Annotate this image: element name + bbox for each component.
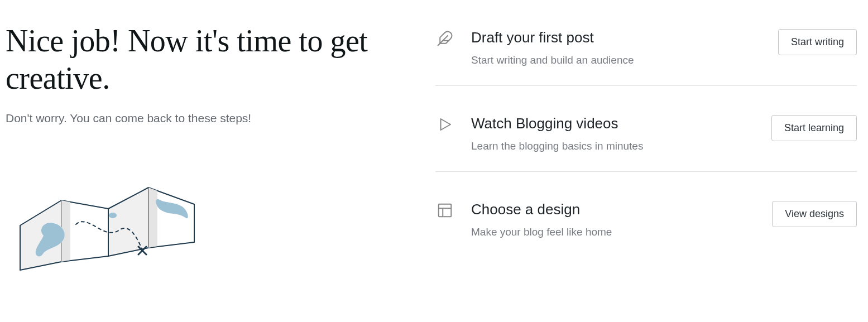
- task-title: Draft your first post: [471, 29, 761, 46]
- task-desc: Learn the blogging basics in minutes: [471, 140, 755, 152]
- onboarding-panel: Nice job! Now it's time to get creative.…: [0, 0, 868, 322]
- task-column: Draft your first post Start writing and …: [435, 0, 868, 322]
- play-icon: [435, 115, 454, 134]
- svg-rect-12: [439, 204, 452, 217]
- map-illustration: [10, 170, 200, 278]
- svg-marker-5: [148, 188, 157, 248]
- task-title: Choose a design: [471, 201, 755, 218]
- hero-column: Nice job! Now it's time to get creative.…: [0, 0, 435, 322]
- task-watch-videos: Watch Blogging videos Learn the blogging…: [435, 108, 857, 172]
- task-title: Watch Blogging videos: [471, 115, 755, 132]
- task-text: Watch Blogging videos Learn the blogging…: [471, 115, 755, 152]
- feather-icon: [435, 29, 454, 48]
- layout-icon: [435, 201, 454, 220]
- start-learning-button[interactable]: Start learning: [771, 115, 857, 141]
- task-text: Choose a design Make your blog feel like…: [471, 201, 755, 238]
- task-desc: Start writing and build an audience: [471, 54, 761, 66]
- svg-marker-2: [108, 188, 148, 256]
- task-choose-design: Choose a design Make your blog feel like…: [435, 194, 857, 257]
- svg-marker-11: [441, 119, 451, 130]
- start-writing-button[interactable]: Start writing: [778, 29, 857, 55]
- svg-point-6: [109, 213, 117, 218]
- task-draft-post: Draft your first post Start writing and …: [435, 22, 857, 86]
- task-desc: Make your blog feel like home: [471, 226, 755, 238]
- hero-headline: Nice job! Now it's time to get creative.: [6, 22, 413, 97]
- view-designs-button[interactable]: View designs: [772, 201, 857, 227]
- task-text: Draft your first post Start writing and …: [471, 29, 761, 66]
- task-list: Draft your first post Start writing and …: [435, 22, 857, 280]
- hero-subhead: Don't worry. You can come back to these …: [6, 112, 413, 125]
